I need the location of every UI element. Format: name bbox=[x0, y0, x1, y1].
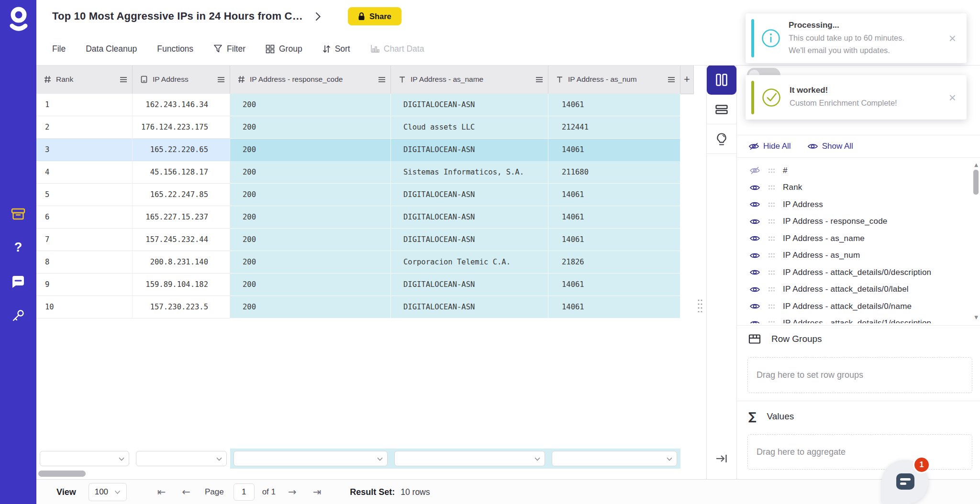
chevron-right-icon[interactable] bbox=[315, 12, 321, 21]
page-number-input[interactable] bbox=[234, 483, 255, 501]
table-cell[interactable]: 165.227.15.237 bbox=[133, 206, 230, 229]
menu-item-functions[interactable]: Functions bbox=[157, 44, 193, 54]
collapse-panel-icon[interactable] bbox=[707, 452, 736, 465]
table-cell[interactable]: 165.22.220.65 bbox=[133, 139, 230, 161]
table-cell[interactable]: 5 bbox=[36, 184, 133, 206]
table-row[interactable]: 10157.230.223.5200DIGITALOCEAN-ASN14061 bbox=[36, 296, 680, 318]
column-filter-input[interactable] bbox=[136, 451, 227, 466]
column-filter-input[interactable] bbox=[40, 451, 129, 466]
horizontal-scrollbar-thumb[interactable] bbox=[38, 471, 86, 477]
table-cell[interactable]: 157.245.232.44 bbox=[133, 229, 230, 251]
table-cell[interactable]: 200 bbox=[230, 139, 391, 161]
show-all-button[interactable]: Show All bbox=[807, 142, 853, 151]
column-menu-icon[interactable] bbox=[535, 77, 543, 83]
table-cell[interactable]: DIGITALOCEAN-ASN bbox=[391, 139, 548, 161]
row-groups-dropzone[interactable]: Drag here to set row groups bbox=[747, 357, 972, 393]
archive-icon[interactable] bbox=[0, 201, 36, 228]
table-cell[interactable]: 2 bbox=[36, 116, 133, 139]
table-cell[interactable]: 8 bbox=[36, 251, 133, 274]
feedback-chat-icon[interactable] bbox=[0, 269, 36, 296]
table-cell[interactable]: 200 bbox=[230, 184, 391, 206]
column-header-1[interactable]: IP Address bbox=[133, 65, 230, 94]
table-cell[interactable]: 176.124.223.175 bbox=[133, 116, 230, 139]
table-cell[interactable]: 162.243.146.34 bbox=[133, 94, 230, 116]
scroll-down-icon[interactable]: ▼ bbox=[974, 315, 978, 320]
panel-resize-handle-icon[interactable] bbox=[697, 299, 703, 314]
eye-icon[interactable] bbox=[749, 184, 760, 192]
table-row[interactable]: 1162.243.146.34200DIGITALOCEAN-ASN14061 bbox=[36, 94, 680, 116]
tab-insights[interactable] bbox=[707, 124, 736, 154]
table-cell[interactable]: DIGITALOCEAN-ASN bbox=[391, 274, 548, 296]
eye-icon[interactable] bbox=[749, 218, 760, 226]
api-key-icon[interactable] bbox=[0, 302, 36, 329]
table-row[interactable]: 6165.227.15.237200DIGITALOCEAN-ASN14061 bbox=[36, 206, 680, 229]
table-cell[interactable]: DIGITALOCEAN-ASN bbox=[391, 94, 548, 116]
table-cell[interactable]: 200 bbox=[230, 229, 391, 251]
table-cell[interactable]: 3 bbox=[36, 139, 133, 161]
menu-item-group[interactable]: Group bbox=[266, 44, 302, 54]
column-menu-icon[interactable] bbox=[217, 77, 225, 83]
table-cell[interactable]: 200 bbox=[230, 94, 391, 116]
table-cell[interactable]: DIGITALOCEAN-ASN bbox=[391, 206, 548, 229]
column-header-3[interactable]: IP Address - as_name bbox=[391, 65, 548, 94]
column-menu-icon[interactable] bbox=[668, 77, 675, 83]
table-cell[interactable]: 200 bbox=[230, 206, 391, 229]
menu-item-file[interactable]: File bbox=[52, 44, 66, 54]
table-cell[interactable]: DIGITALOCEAN-ASN bbox=[391, 296, 548, 318]
hide-all-button[interactable]: Hide All bbox=[748, 142, 791, 151]
table-row[interactable]: 9159.89.104.182200DIGITALOCEAN-ASN14061 bbox=[36, 274, 680, 296]
column-header-0[interactable]: Rank bbox=[36, 65, 133, 94]
drag-dots-icon[interactable] bbox=[768, 270, 775, 275]
drag-dots-icon[interactable] bbox=[768, 252, 775, 258]
table-cell[interactable]: 45.156.128.17 bbox=[133, 161, 230, 184]
table-row[interactable]: 8200.8.231.140200Corporacion Telemic C.A… bbox=[36, 251, 680, 274]
drag-dots-icon[interactable] bbox=[768, 219, 775, 224]
column-header-4[interactable]: IP Address - as_num bbox=[548, 65, 680, 94]
table-cell[interactable]: 200 bbox=[230, 274, 391, 296]
column-header-2[interactable]: IP Address - response_code bbox=[230, 65, 391, 94]
table-cell[interactable]: DIGITALOCEAN-ASN bbox=[391, 229, 548, 251]
table-cell[interactable]: 165.22.247.85 bbox=[133, 184, 230, 206]
values-dropzone[interactable]: Drag here to aggregate bbox=[747, 434, 972, 470]
column-filter-input[interactable] bbox=[394, 451, 545, 466]
table-cell[interactable]: 1 bbox=[36, 94, 133, 116]
first-page-button[interactable]: ⇤ bbox=[157, 486, 166, 498]
table-cell[interactable]: 10 bbox=[36, 296, 133, 318]
eye-icon[interactable] bbox=[749, 285, 760, 294]
share-button[interactable]: Share bbox=[348, 7, 401, 25]
page-size-select[interactable]: 100 bbox=[89, 483, 127, 501]
table-cell[interactable]: 14061 bbox=[548, 274, 680, 296]
menu-item-data-cleanup[interactable]: Data Cleanup bbox=[86, 44, 137, 54]
table-cell[interactable]: 200 bbox=[230, 296, 391, 318]
tab-rows[interactable] bbox=[707, 95, 736, 124]
drag-dots-icon[interactable] bbox=[768, 286, 775, 292]
chat-launcher[interactable]: 1 bbox=[882, 460, 928, 504]
next-page-button[interactable]: → bbox=[288, 486, 297, 498]
eye-icon[interactable] bbox=[749, 200, 760, 208]
drag-dots-icon[interactable] bbox=[768, 168, 775, 174]
scroll-up-icon[interactable]: ▲ bbox=[974, 162, 978, 167]
last-page-button[interactable]: ⇥ bbox=[313, 486, 322, 498]
table-cell[interactable]: 9 bbox=[36, 274, 133, 296]
table-cell[interactable]: Cloud assets LLC bbox=[391, 116, 548, 139]
vertical-scrollbar-thumb[interactable] bbox=[973, 170, 979, 195]
column-filter-input[interactable] bbox=[552, 451, 677, 466]
table-cell[interactable]: 14061 bbox=[548, 184, 680, 206]
table-row[interactable]: 445.156.128.17200Sistemas Informaticos, … bbox=[36, 161, 680, 184]
eye-icon[interactable] bbox=[749, 302, 760, 310]
help-icon[interactable]: ? bbox=[0, 234, 36, 261]
drag-dots-icon[interactable] bbox=[768, 236, 775, 241]
close-icon[interactable]: × bbox=[947, 32, 958, 44]
table-row[interactable]: 5165.22.247.85200DIGITALOCEAN-ASN14061 bbox=[36, 184, 680, 206]
column-filter-input[interactable] bbox=[234, 451, 388, 466]
table-cell[interactable]: DIGITALOCEAN-ASN bbox=[391, 184, 548, 206]
eye-icon[interactable] bbox=[749, 252, 760, 260]
gigasheet-logo-icon[interactable] bbox=[8, 6, 29, 35]
column-menu-icon[interactable] bbox=[120, 77, 127, 83]
table-row[interactable]: 3165.22.220.65200DIGITALOCEAN-ASN14061 bbox=[36, 139, 680, 161]
table-cell[interactable]: 200 bbox=[230, 116, 391, 139]
table-cell[interactable]: 14061 bbox=[548, 229, 680, 251]
table-cell[interactable]: Sistemas Informaticos, S.A. bbox=[391, 161, 548, 184]
menu-item-filter[interactable]: Filter bbox=[213, 44, 245, 54]
table-cell[interactable]: Corporacion Telemic C.A. bbox=[391, 251, 548, 274]
